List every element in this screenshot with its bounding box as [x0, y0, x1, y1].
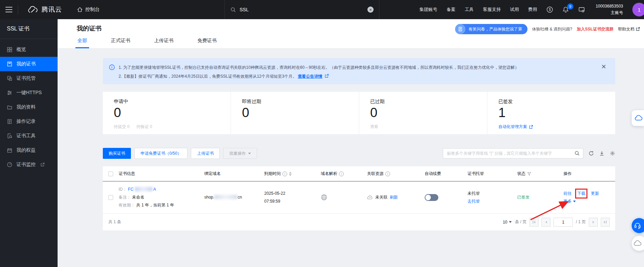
page-number-input[interactable]: [554, 218, 573, 227]
info-icon[interactable]: i: [339, 171, 344, 176]
global-search-input[interactable]: [240, 7, 367, 12]
sidebar-item-label: 操作记录: [16, 118, 36, 125]
survey-button[interactable]: 有奖问卷，产品体验您说了算: [455, 24, 527, 34]
refresh-icon[interactable]: [588, 151, 594, 156]
resource-refresh-link[interactable]: 刷新: [390, 193, 398, 201]
column-settings-icon[interactable]: [610, 151, 615, 156]
logo-text: 腾讯云: [41, 5, 62, 14]
pagination-bar: 共 1 条 10 条 / 页 / 1 页: [103, 213, 615, 230]
tab-uploaded-certs[interactable]: 上传证书: [154, 38, 174, 48]
tencent-cloud-logo[interactable]: 腾讯云: [28, 5, 62, 14]
cert-tabs: 全部 正式证书 上传证书 免费证书: [77, 38, 217, 48]
upload-cert-button[interactable]: 上传证书: [191, 148, 220, 159]
view-expired-link[interactable]: 查看: [370, 124, 378, 130]
buy-cert-button[interactable]: 购买证书: [103, 148, 131, 159]
sidebar-item-my-certificates[interactable]: 我的证书: [0, 57, 58, 71]
auto-renew-toggle[interactable]: [425, 194, 438, 201]
topbar-item-billing[interactable]: 费用: [528, 7, 537, 13]
feedback-widget[interactable]: [632, 110, 644, 126]
external-link-icon: [529, 125, 533, 129]
filter-icon[interactable]: [527, 172, 531, 176]
console-link[interactable]: 控制台: [77, 7, 100, 13]
customer-service-widget[interactable]: [632, 218, 644, 233]
goto-link[interactable]: 前往: [563, 190, 572, 198]
table-search-input[interactable]: [447, 151, 574, 156]
help-doc-label: 帮助文档: [618, 26, 634, 32]
stat-label: 已过期: [370, 99, 487, 105]
column-label: 证书信息: [119, 171, 135, 177]
help-doc-link[interactable]: 帮助文档: [618, 26, 640, 32]
cert-id-prefix[interactable]: FC: [128, 187, 133, 192]
sidebar-item-cert-monitor[interactable]: 证书监控: [0, 157, 58, 172]
app-root: 腾讯云 控制台 × 集团账号 备案 工具: [0, 0, 644, 267]
hosting-action-link[interactable]: 去托管: [467, 198, 517, 205]
menu-toggle-icon[interactable]: [0, 0, 18, 19]
certificate-icon: [7, 61, 12, 67]
clear-search-icon[interactable]: ×: [367, 7, 374, 13]
column-label: 状态: [517, 171, 525, 177]
tab-free-certs[interactable]: 免费证书: [197, 38, 217, 48]
close-icon[interactable]: ✕: [601, 64, 606, 70]
cloud-resource-icon: [367, 195, 373, 200]
console-label: 控制台: [85, 7, 100, 13]
sidebar-item-my-benefits[interactable]: 我的权益: [0, 143, 58, 157]
sidebar-item-operation-log[interactable]: 操作记录: [0, 114, 58, 129]
automation-plan-link[interactable]: 自动化管理方案: [498, 124, 533, 130]
search-icon[interactable]: [574, 151, 580, 156]
topbar-item-trial[interactable]: 试用: [510, 7, 519, 13]
domain-suffix: cn: [238, 195, 242, 200]
last-page-button[interactable]: [601, 218, 610, 227]
batch-operation-button[interactable]: 批量操作: [223, 148, 257, 159]
sidebar-item-hosting[interactable]: 证书托管: [0, 71, 58, 86]
page-size-value: 10: [503, 220, 507, 225]
batch-operation-label: 批量操作: [229, 151, 246, 156]
total-count: 共 1 条: [108, 219, 121, 225]
topbar-item-group-account[interactable]: 集团账号: [420, 7, 437, 13]
topbar-item-tools[interactable]: 工具: [465, 7, 474, 13]
toolbar-right: [443, 148, 615, 158]
row-checkbox[interactable]: [108, 195, 113, 200]
next-page-button[interactable]: [589, 218, 598, 227]
service-circle-icon[interactable]: [546, 6, 553, 13]
topbar-item-support[interactable]: 客服支持: [483, 7, 501, 13]
resource-status-line: 未关联 刷新: [367, 193, 425, 201]
operations-cell: 前往 下载 更新 更多: [563, 186, 610, 209]
info-icon[interactable]: i: [385, 171, 390, 176]
announcement-link[interactable]: 查看公告详情: [298, 74, 323, 79]
sidebar-item-cert-tools[interactable]: 证书工具: [0, 129, 58, 143]
console-manage-icon[interactable]: [578, 6, 585, 13]
notifications-bell-icon[interactable]: 9: [562, 7, 569, 13]
monitor-icon: [7, 162, 12, 167]
topbar-item-icp[interactable]: 备案: [447, 7, 455, 13]
page-size-select[interactable]: 10: [503, 220, 512, 225]
account-info[interactable]: 100036853503 主账号: [596, 3, 623, 16]
table-header: 证书信息 绑定域名 到期时间 i 域名解析 i 关联资: [103, 166, 615, 181]
join-group-link[interactable]: 加入SSL证书交流群: [577, 26, 613, 32]
info-icon[interactable]: i: [282, 171, 287, 176]
select-all-checkbox[interactable]: [108, 171, 113, 176]
operations-line-1: 前往 下载 更新: [563, 190, 610, 198]
cert-id-label: ID：: [119, 187, 127, 192]
prev-page-button[interactable]: [542, 218, 550, 227]
sort-icon[interactable]: [289, 172, 292, 176]
download-icon[interactable]: [599, 151, 605, 156]
feedback-text: 体验吐槽 & 遇到问题?: [532, 26, 572, 32]
tab-paid-certs[interactable]: 正式证书: [110, 38, 131, 48]
first-page-button[interactable]: [530, 218, 538, 227]
more-dropdown[interactable]: 更多: [563, 198, 576, 205]
sidebar-item-overview[interactable]: 概览: [0, 42, 58, 57]
sidebar-item-my-profile[interactable]: 我的资料: [0, 100, 58, 114]
globe-icon[interactable]: [321, 194, 367, 201]
sidebar-item-one-click-https[interactable]: 一键HTTPS: [0, 86, 58, 100]
resource-status: 未关联: [375, 193, 388, 201]
apply-free-cert-button[interactable]: 申请免费证书（0/50）: [134, 148, 187, 159]
hosting-icon: [7, 76, 12, 81]
tab-all[interactable]: 全部: [77, 38, 88, 48]
cloud-assistant-widget[interactable]: [632, 236, 644, 251]
avatar[interactable]: 1: [632, 3, 644, 16]
column-bound-domain: 绑定域名: [204, 171, 264, 177]
download-link[interactable]: 下载: [577, 190, 585, 198]
update-link[interactable]: 更新: [591, 190, 599, 198]
cert-id-suffix[interactable]: A: [153, 187, 156, 192]
column-status: 状态: [517, 171, 563, 177]
